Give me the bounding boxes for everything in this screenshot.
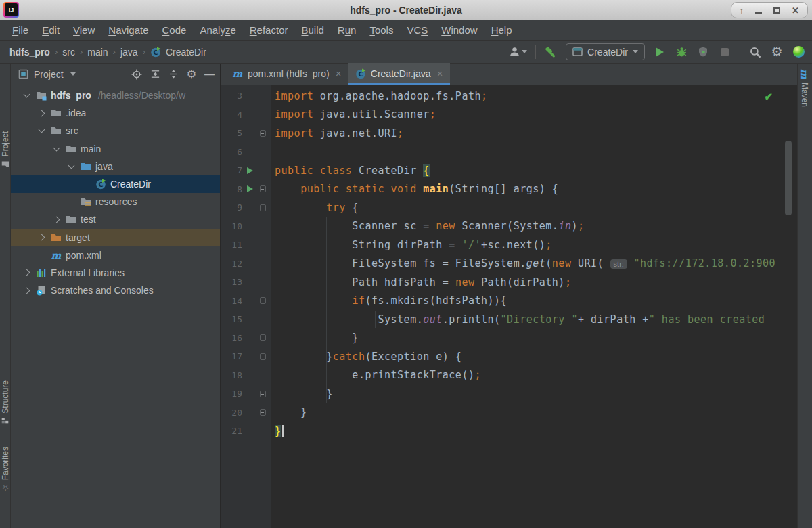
debug-icon[interactable]: [675, 45, 688, 59]
close-icon[interactable]: ✕: [792, 6, 799, 15]
tree-item-external-libraries[interactable]: External Libraries: [11, 264, 220, 282]
menu-build[interactable]: Build: [294, 24, 330, 36]
tree-item-src[interactable]: src: [11, 122, 220, 139]
run-gutter-icon[interactable]: [247, 185, 253, 192]
project-view-dropdown-icon[interactable]: [70, 72, 76, 76]
tree-item-createdir[interactable]: CCreateDir: [11, 175, 220, 193]
breadcrumb-src[interactable]: src: [62, 47, 75, 58]
minimize-icon[interactable]: [755, 12, 762, 14]
editor-scrollbar[interactable]: [785, 141, 792, 215]
tree-item-label: test: [81, 214, 96, 225]
tree-chevron-icon[interactable]: [39, 234, 45, 241]
breadcrumb-hdfs_pro[interactable]: hdfs_pro: [9, 47, 50, 58]
tree-item-scratches-and-consoles[interactable]: Scratches and Consoles: [11, 282, 220, 299]
tab-close-icon[interactable]: ✕: [437, 70, 443, 79]
fold-region-icon[interactable]: [260, 297, 266, 304]
tree-item-main[interactable]: main: [11, 140, 220, 158]
tree-chevron-icon[interactable]: [24, 287, 30, 294]
line-number: 13: [221, 277, 242, 287]
inspection-ok-icon[interactable]: ✔: [764, 91, 773, 103]
fold-region-icon[interactable]: [260, 353, 266, 360]
tool-button-structure[interactable]: Structure: [1, 380, 10, 425]
stop-icon[interactable]: [718, 45, 731, 59]
tree-item--idea[interactable]: .idea: [11, 104, 220, 122]
tab-pom-xml-hdfs-pro-[interactable]: mpom.xml (hdfs_pro)✕: [225, 63, 348, 85]
menu-help[interactable]: Help: [484, 24, 519, 36]
fold-end-icon[interactable]: [260, 391, 266, 397]
search-icon[interactable]: [748, 45, 762, 59]
tree-item-label: src: [66, 125, 78, 136]
breadcrumb-java[interactable]: java: [120, 47, 138, 58]
line-number: 19: [221, 389, 242, 399]
project-panel-title[interactable]: Project: [34, 69, 64, 80]
menu-vcs[interactable]: VCS: [400, 24, 434, 36]
hide-panel-icon[interactable]: —: [204, 68, 215, 80]
tab-createdir-java[interactable]: CCreateDir.java✕: [348, 63, 450, 85]
tree-project-icon: [36, 90, 47, 101]
menu-view[interactable]: View: [66, 24, 102, 36]
line-number: 4: [221, 110, 242, 120]
toolbar-separator: [535, 45, 536, 59]
menu-navigate[interactable]: Navigate: [102, 24, 155, 36]
user-icon[interactable]: [508, 45, 527, 59]
build-hammer-icon[interactable]: [544, 45, 558, 59]
tree-chevron-icon[interactable]: [24, 269, 30, 276]
panel-settings-gear-icon[interactable]: ⚙: [186, 69, 197, 80]
menu-tools[interactable]: Tools: [363, 24, 400, 36]
tool-button-favorites[interactable]: ☆ Favorites: [1, 447, 10, 493]
tool-button-maven[interactable]: m Maven: [800, 69, 809, 107]
run-icon[interactable]: [653, 45, 667, 59]
breadcrumb-main[interactable]: main: [87, 47, 108, 58]
settings-gear-icon[interactable]: ⚙: [770, 45, 784, 59]
tool-button-project[interactable]: Project: [1, 131, 10, 169]
code-line-20: 20 }: [221, 403, 797, 422]
line-number: 21: [221, 426, 242, 436]
right-tool-stripe: m Maven: [797, 64, 812, 528]
gradient-sphere-icon[interactable]: [792, 45, 805, 59]
fold-region-icon[interactable]: [260, 185, 266, 192]
tree-item-label: CreateDir: [110, 179, 151, 190]
fold-end-icon[interactable]: [260, 409, 266, 416]
menu-code[interactable]: Code: [156, 24, 194, 36]
menu-file[interactable]: File: [5, 24, 35, 36]
roll-up-icon[interactable]: ↑: [740, 6, 744, 15]
tree-item-pom-xml[interactable]: mpom.xml: [11, 246, 220, 264]
fold-region-icon[interactable]: [260, 130, 266, 137]
maximize-icon[interactable]: [773, 7, 780, 14]
tree-item-hdfs-pro[interactable]: hdfs_pro/headless/Desktop/w: [11, 87, 220, 104]
tree-chevron-icon[interactable]: [39, 127, 45, 133]
tree-item-test[interactable]: test: [11, 211, 220, 228]
code-line-9: 9 try {: [221, 198, 797, 217]
menu-edit[interactable]: Edit: [35, 24, 66, 36]
tree-item-target[interactable]: target: [11, 229, 220, 246]
fold-end-icon[interactable]: [260, 334, 266, 341]
breadcrumb-createdir[interactable]: CreateDir: [166, 47, 206, 58]
project-tool-icon: [1, 160, 10, 169]
text-caret: [282, 425, 284, 437]
menu-run[interactable]: Run: [331, 24, 363, 36]
menu-window[interactable]: Window: [434, 24, 484, 36]
code-text: import java.net.URI;: [268, 127, 404, 139]
run-configuration-label: CreateDir: [587, 47, 628, 58]
tree-chevron-icon[interactable]: [39, 110, 45, 116]
locate-file-icon[interactable]: [131, 69, 142, 80]
tree-chevron-icon[interactable]: [53, 144, 60, 151]
run-configuration-select[interactable]: CreateDir: [566, 43, 645, 60]
menu-analyze[interactable]: Analyze: [193, 24, 242, 36]
tree-item-resources[interactable]: resources: [11, 193, 220, 211]
fold-region-icon[interactable]: [260, 204, 266, 211]
collapse-all-icon[interactable]: [168, 69, 179, 80]
code-line-11: 11 String dirPath = '/'+sc.next();: [221, 236, 797, 255]
code-line-8: 8 public static void main(String[] args)…: [221, 180, 797, 199]
expand-all-icon[interactable]: [150, 69, 160, 80]
tree-chevron-icon[interactable]: [24, 91, 30, 98]
coverage-icon[interactable]: [696, 45, 710, 59]
tab-close-icon[interactable]: ✕: [336, 70, 342, 79]
tree-chevron-icon[interactable]: [68, 162, 75, 169]
tree-chevron-icon[interactable]: [53, 216, 60, 223]
menu-refactor[interactable]: Refactor: [243, 24, 295, 36]
code-text: }: [268, 425, 284, 438]
tree-item-java[interactable]: java: [11, 158, 220, 175]
code-editor[interactable]: 3import org.apache.hadoop.fs.Path;4impor…: [221, 85, 797, 528]
run-gutter-icon[interactable]: [247, 167, 253, 174]
